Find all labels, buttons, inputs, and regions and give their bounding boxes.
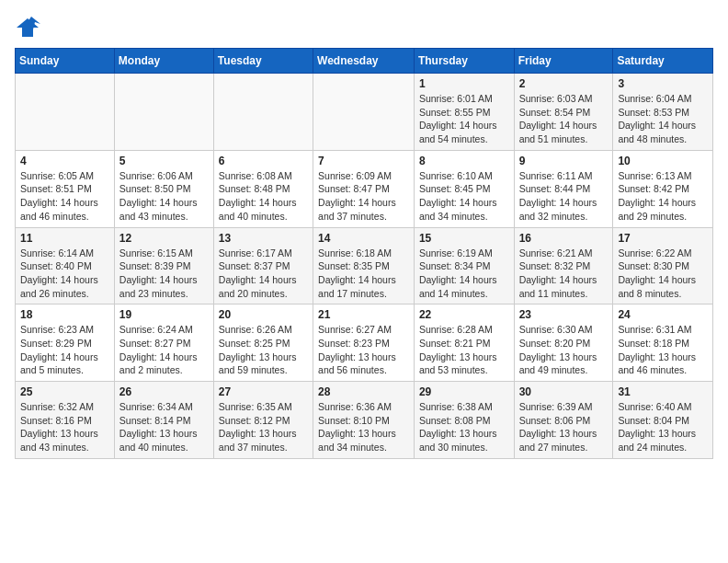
calendar-day-cell: 28Sunrise: 6:36 AM Sunset: 8:10 PM Dayli… <box>313 382 415 459</box>
day-number: 11 <box>20 232 109 245</box>
day-info: Sunrise: 6:28 AM Sunset: 8:21 PM Dayligh… <box>419 323 509 377</box>
calendar-table: SundayMondayTuesdayWednesdayThursdayFrid… <box>15 48 713 459</box>
day-info: Sunrise: 6:34 AM Sunset: 8:14 PM Dayligh… <box>119 400 209 454</box>
calendar-day-cell: 12Sunrise: 6:15 AM Sunset: 8:39 PM Dayli… <box>114 227 213 304</box>
calendar-day-cell: 15Sunrise: 6:19 AM Sunset: 8:34 PM Dayli… <box>414 227 514 304</box>
day-info: Sunrise: 6:24 AM Sunset: 8:27 PM Dayligh… <box>119 323 209 377</box>
calendar-day-cell: 27Sunrise: 6:35 AM Sunset: 8:12 PM Dayli… <box>213 382 313 459</box>
calendar-day-cell: 2Sunrise: 6:03 AM Sunset: 8:54 PM Daylig… <box>514 74 613 151</box>
weekday-header: Monday <box>114 49 213 74</box>
calendar-body: 1Sunrise: 6:01 AM Sunset: 8:55 PM Daylig… <box>16 74 713 459</box>
day-number: 14 <box>318 232 409 245</box>
day-info: Sunrise: 6:32 AM Sunset: 8:16 PM Dayligh… <box>20 400 109 454</box>
calendar-day-cell <box>16 74 115 151</box>
calendar-week-row: 11Sunrise: 6:14 AM Sunset: 8:40 PM Dayli… <box>16 227 713 304</box>
calendar-day-cell: 20Sunrise: 6:26 AM Sunset: 8:25 PM Dayli… <box>213 304 313 382</box>
day-info: Sunrise: 6:23 AM Sunset: 8:29 PM Dayligh… <box>20 323 109 377</box>
day-number: 10 <box>618 155 708 167</box>
calendar-day-cell: 18Sunrise: 6:23 AM Sunset: 8:29 PM Dayli… <box>16 304 115 382</box>
day-number: 4 <box>20 155 109 167</box>
day-info: Sunrise: 6:08 AM Sunset: 8:48 PM Dayligh… <box>219 169 308 224</box>
weekday-row: SundayMondayTuesdayWednesdayThursdayFrid… <box>16 49 713 74</box>
calendar-week-row: 4Sunrise: 6:05 AM Sunset: 8:51 PM Daylig… <box>16 150 713 227</box>
day-info: Sunrise: 6:04 AM Sunset: 8:53 PM Dayligh… <box>618 92 708 146</box>
day-number: 2 <box>519 77 609 90</box>
calendar-week-row: 1Sunrise: 6:01 AM Sunset: 8:55 PM Daylig… <box>16 74 713 151</box>
day-number: 15 <box>419 232 509 245</box>
day-number: 28 <box>318 385 409 398</box>
day-number: 22 <box>419 308 509 321</box>
day-number: 16 <box>519 232 609 245</box>
day-number: 26 <box>119 385 209 398</box>
day-number: 31 <box>618 385 708 398</box>
calendar-day-cell: 4Sunrise: 6:05 AM Sunset: 8:51 PM Daylig… <box>16 150 115 227</box>
day-number: 17 <box>618 232 708 245</box>
weekday-header: Sunday <box>16 49 115 74</box>
day-number: 8 <box>419 155 509 167</box>
day-info: Sunrise: 6:18 AM Sunset: 8:35 PM Dayligh… <box>318 247 409 301</box>
calendar-day-cell: 19Sunrise: 6:24 AM Sunset: 8:27 PM Dayli… <box>114 304 213 382</box>
weekday-header: Tuesday <box>213 49 313 74</box>
day-number: 6 <box>219 155 308 167</box>
day-info: Sunrise: 6:03 AM Sunset: 8:54 PM Dayligh… <box>519 92 609 146</box>
day-info: Sunrise: 6:35 AM Sunset: 8:12 PM Dayligh… <box>219 400 308 454</box>
day-number: 25 <box>20 385 109 398</box>
day-number: 9 <box>519 155 609 167</box>
day-number: 27 <box>219 385 308 398</box>
day-number: 1 <box>419 77 509 90</box>
day-info: Sunrise: 6:39 AM Sunset: 8:06 PM Dayligh… <box>519 400 609 454</box>
day-info: Sunrise: 6:05 AM Sunset: 8:51 PM Dayligh… <box>20 169 109 224</box>
day-info: Sunrise: 6:19 AM Sunset: 8:34 PM Dayligh… <box>419 247 509 301</box>
day-info: Sunrise: 6:40 AM Sunset: 8:04 PM Dayligh… <box>618 400 708 454</box>
calendar-day-cell: 3Sunrise: 6:04 AM Sunset: 8:53 PM Daylig… <box>613 74 713 151</box>
calendar-week-row: 18Sunrise: 6:23 AM Sunset: 8:29 PM Dayli… <box>16 304 713 382</box>
calendar-day-cell: 31Sunrise: 6:40 AM Sunset: 8:04 PM Dayli… <box>613 382 713 459</box>
calendar-day-cell <box>213 74 313 151</box>
calendar-day-cell: 17Sunrise: 6:22 AM Sunset: 8:30 PM Dayli… <box>613 227 713 304</box>
day-info: Sunrise: 6:11 AM Sunset: 8:44 PM Dayligh… <box>519 169 609 224</box>
day-number: 3 <box>618 77 708 90</box>
calendar-day-cell: 7Sunrise: 6:09 AM Sunset: 8:47 PM Daylig… <box>313 150 415 227</box>
day-info: Sunrise: 6:06 AM Sunset: 8:50 PM Dayligh… <box>119 169 209 224</box>
day-info: Sunrise: 6:26 AM Sunset: 8:25 PM Dayligh… <box>219 323 308 377</box>
day-info: Sunrise: 6:38 AM Sunset: 8:08 PM Dayligh… <box>419 400 509 454</box>
calendar-header: SundayMondayTuesdayWednesdayThursdayFrid… <box>16 49 713 74</box>
calendar-day-cell: 1Sunrise: 6:01 AM Sunset: 8:55 PM Daylig… <box>414 74 514 151</box>
calendar-day-cell: 25Sunrise: 6:32 AM Sunset: 8:16 PM Dayli… <box>16 382 115 459</box>
weekday-header: Friday <box>514 49 613 74</box>
day-info: Sunrise: 6:10 AM Sunset: 8:45 PM Dayligh… <box>419 169 509 224</box>
day-number: 5 <box>119 155 209 167</box>
day-number: 24 <box>618 308 708 321</box>
calendar-day-cell: 5Sunrise: 6:06 AM Sunset: 8:50 PM Daylig… <box>114 150 213 227</box>
day-info: Sunrise: 6:27 AM Sunset: 8:23 PM Dayligh… <box>318 323 409 377</box>
day-number: 20 <box>219 308 308 321</box>
calendar-day-cell <box>114 74 213 151</box>
calendar-day-cell: 10Sunrise: 6:13 AM Sunset: 8:42 PM Dayli… <box>613 150 713 227</box>
calendar-day-cell: 16Sunrise: 6:21 AM Sunset: 8:32 PM Dayli… <box>514 227 613 304</box>
calendar-day-cell: 8Sunrise: 6:10 AM Sunset: 8:45 PM Daylig… <box>414 150 514 227</box>
calendar-day-cell: 11Sunrise: 6:14 AM Sunset: 8:40 PM Dayli… <box>16 227 115 304</box>
calendar-day-cell: 23Sunrise: 6:30 AM Sunset: 8:20 PM Dayli… <box>514 304 613 382</box>
day-number: 19 <box>119 308 209 321</box>
day-number: 23 <box>519 308 609 321</box>
day-info: Sunrise: 6:17 AM Sunset: 8:37 PM Dayligh… <box>219 247 308 301</box>
day-info: Sunrise: 6:15 AM Sunset: 8:39 PM Dayligh… <box>119 247 209 301</box>
day-number: 29 <box>419 385 509 398</box>
logo-icon <box>15 15 40 40</box>
day-number: 21 <box>318 308 409 321</box>
calendar-day-cell: 26Sunrise: 6:34 AM Sunset: 8:14 PM Dayli… <box>114 382 213 459</box>
day-info: Sunrise: 6:09 AM Sunset: 8:47 PM Dayligh… <box>318 169 409 224</box>
day-info: Sunrise: 6:30 AM Sunset: 8:20 PM Dayligh… <box>519 323 609 377</box>
day-info: Sunrise: 6:21 AM Sunset: 8:32 PM Dayligh… <box>519 247 609 301</box>
calendar-day-cell: 9Sunrise: 6:11 AM Sunset: 8:44 PM Daylig… <box>514 150 613 227</box>
calendar-day-cell: 14Sunrise: 6:18 AM Sunset: 8:35 PM Dayli… <box>313 227 415 304</box>
calendar-day-cell: 13Sunrise: 6:17 AM Sunset: 8:37 PM Dayli… <box>213 227 313 304</box>
weekday-header: Thursday <box>414 49 514 74</box>
weekday-header: Wednesday <box>313 49 415 74</box>
day-info: Sunrise: 6:22 AM Sunset: 8:30 PM Dayligh… <box>618 247 708 301</box>
day-number: 18 <box>20 308 109 321</box>
header <box>15 15 713 40</box>
calendar-day-cell: 6Sunrise: 6:08 AM Sunset: 8:48 PM Daylig… <box>213 150 313 227</box>
calendar-day-cell <box>313 74 415 151</box>
day-number: 30 <box>519 385 609 398</box>
